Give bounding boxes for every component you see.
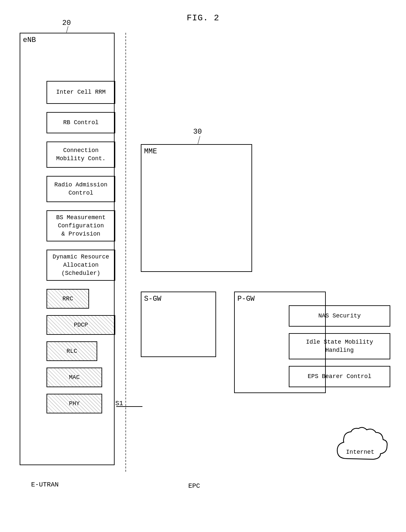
enb-label: eNB bbox=[23, 36, 36, 44]
bs-measurement-box: BS Measurement Configuration & Provision bbox=[46, 210, 115, 241]
dynamic-resource-box: Dynamic Resource Allocation (Scheduler) bbox=[46, 250, 115, 281]
sgw-label: S-GW bbox=[144, 295, 161, 303]
inter-cell-box: Inter Cell RRM bbox=[46, 81, 115, 104]
phy-box: PHY bbox=[46, 394, 102, 413]
rrc-box: RRC bbox=[46, 289, 89, 309]
internet-cloud-svg: Internet bbox=[327, 423, 393, 472]
eutran-label: E-UTRAN bbox=[31, 481, 59, 488]
s1-hline bbox=[116, 406, 142, 407]
internet-text: Internet bbox=[346, 449, 374, 455]
ref-20: 20 bbox=[62, 19, 71, 27]
page: FIG. 2 20 eNB Inter Cell RRM RB Control … bbox=[0, 0, 406, 532]
epc-label: EPC bbox=[188, 482, 200, 490]
rb-control-box: RB Control bbox=[46, 112, 115, 133]
ref-30-line bbox=[198, 136, 200, 144]
mme-label: MME bbox=[144, 147, 157, 156]
ref-20-line bbox=[66, 26, 68, 33]
mme-block: MME NAS Security Idle State Mobility Han… bbox=[141, 144, 252, 272]
connection-box: Connection Mobility Cont. bbox=[46, 142, 115, 168]
mac-box: MAC bbox=[46, 368, 102, 387]
pgw-label: P-GW bbox=[237, 295, 255, 303]
enb-block: eNB Inter Cell RRM RB Control Connection… bbox=[20, 33, 115, 465]
radio-admission-box: Radio Admission Control bbox=[46, 176, 115, 202]
pgw-block: P-GW UE IP address allocation Packet Fil… bbox=[234, 292, 326, 393]
pdcp-box: PDCP bbox=[46, 315, 115, 335]
rlc-box: RLC bbox=[46, 341, 97, 361]
dashed-divider bbox=[125, 33, 126, 472]
sgw-block: S-GW Mobility Anchoring bbox=[141, 292, 216, 357]
ref-30: 30 bbox=[193, 128, 202, 136]
